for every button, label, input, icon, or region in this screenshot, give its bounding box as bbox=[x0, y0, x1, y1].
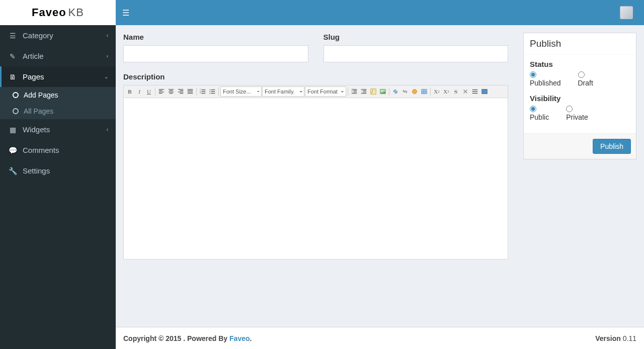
description-field-group: Description B I U 123 bbox=[123, 72, 508, 259]
align-center-button[interactable] bbox=[167, 87, 176, 96]
svg-rect-6 bbox=[371, 89, 376, 95]
visibility-private-radio[interactable] bbox=[566, 106, 573, 112]
visibility-public-option[interactable]: Public bbox=[530, 106, 549, 121]
insert-image-button[interactable] bbox=[378, 87, 387, 96]
italic-button[interactable]: I bbox=[135, 87, 144, 96]
status-draft-radio[interactable] bbox=[578, 71, 585, 78]
sidebar-item-label: Comments bbox=[23, 146, 108, 154]
font-size-select[interactable]: Font Size... bbox=[220, 86, 262, 97]
sidebar-item-label: Pages bbox=[23, 72, 104, 81]
logo-brand: Faveo bbox=[32, 6, 66, 19]
main-content: Name Slug Description B I U bbox=[116, 25, 644, 327]
toolbar-separator bbox=[389, 88, 389, 96]
logo-suffix: KB bbox=[68, 6, 84, 19]
toolbar-separator bbox=[155, 88, 155, 96]
insert-table-button[interactable] bbox=[420, 87, 429, 96]
align-right-button[interactable] bbox=[176, 87, 185, 96]
publish-panel: Publish Status Published Draft Visibilit… bbox=[523, 33, 636, 159]
topbar: Faveo KB ☰ bbox=[0, 0, 644, 25]
footer-copyright: Copyright © 2015 . Powered By bbox=[123, 334, 229, 342]
subscript-button[interactable]: X2 bbox=[432, 87, 441, 96]
edit-icon: ✎ bbox=[8, 52, 18, 60]
svg-point-9 bbox=[413, 90, 417, 94]
sidebar-item-widgets[interactable]: ▦ Widgets ‹ bbox=[0, 119, 116, 140]
status-published-option[interactable]: Published bbox=[530, 71, 561, 87]
align-left-button[interactable] bbox=[157, 87, 166, 96]
user-menu[interactable] bbox=[616, 0, 636, 25]
chevron-left-icon: ‹ bbox=[107, 127, 108, 132]
sidebar: ☰ Category ‹ ✎ Article ‹ 🗎 Pages ⌄ Add P… bbox=[0, 25, 116, 349]
status-draft-option[interactable]: Draft bbox=[578, 71, 593, 87]
footer: Copyright © 2015 . Powered By Faveo. Ver… bbox=[116, 327, 644, 349]
publish-button[interactable]: Publish bbox=[593, 139, 631, 154]
visibility-public-label: Public bbox=[530, 113, 549, 121]
toolbar-separator bbox=[430, 88, 431, 96]
sidebar-item-category[interactable]: ☰ Category ‹ bbox=[0, 25, 116, 46]
sidebar-subitem-all-pages[interactable]: All Pages bbox=[0, 103, 116, 119]
slug-input[interactable] bbox=[324, 45, 509, 62]
name-label: Name bbox=[123, 33, 308, 41]
visibility-public-radio[interactable] bbox=[530, 106, 536, 112]
underline-button[interactable]: U bbox=[144, 87, 153, 96]
menu-toggle-button[interactable]: ☰ bbox=[116, 0, 136, 25]
svg-point-8 bbox=[381, 90, 382, 91]
edit-html-button[interactable] bbox=[369, 87, 378, 96]
sidebar-subitem-add-pages[interactable]: Add Pages bbox=[0, 87, 116, 103]
svg-text:3: 3 bbox=[200, 92, 201, 94]
editor-toolbar: B I U 123 Font Size... Font Family. bbox=[124, 85, 508, 98]
link-button[interactable] bbox=[391, 87, 400, 96]
avatar-icon bbox=[620, 6, 633, 19]
align-justify-button[interactable] bbox=[186, 87, 195, 96]
sidebar-item-label: Widgets bbox=[23, 125, 107, 134]
unlink-button[interactable] bbox=[400, 87, 410, 96]
font-family-select[interactable]: Font Family. bbox=[262, 86, 304, 97]
svg-point-3 bbox=[209, 90, 210, 91]
footer-suffix: . bbox=[250, 334, 252, 342]
grid-icon: ▦ bbox=[8, 126, 18, 134]
editor-content-area[interactable] bbox=[124, 98, 508, 259]
svg-point-4 bbox=[209, 91, 210, 92]
page-form: Name Slug Description B I U bbox=[123, 33, 508, 259]
fullscreen-button[interactable] bbox=[480, 87, 489, 96]
slug-label: Slug bbox=[324, 33, 509, 41]
chevron-left-icon: ‹ bbox=[107, 53, 108, 59]
name-field-group: Name bbox=[123, 33, 308, 62]
outdent-button[interactable] bbox=[350, 87, 359, 96]
special-char-button[interactable] bbox=[410, 87, 419, 96]
publish-panel-title: Publish bbox=[524, 33, 636, 55]
sidebar-subitem-label: Add Pages bbox=[24, 91, 58, 99]
visibility-private-option[interactable]: Private bbox=[566, 106, 588, 121]
bold-button[interactable]: B bbox=[125, 87, 134, 96]
visibility-label: Visibility bbox=[530, 94, 630, 103]
toolbar-separator bbox=[348, 88, 348, 96]
svg-rect-10 bbox=[422, 90, 427, 94]
indent-button[interactable] bbox=[359, 87, 368, 96]
horizontal-rule-button[interactable] bbox=[470, 87, 479, 96]
sidebar-item-label: Settings bbox=[23, 166, 108, 175]
sidebar-item-pages[interactable]: 🗎 Pages ⌄ bbox=[0, 66, 116, 87]
clear-format-button[interactable] bbox=[461, 87, 470, 96]
strikethrough-button[interactable]: S bbox=[451, 87, 460, 96]
name-input[interactable] bbox=[123, 45, 308, 62]
font-format-select[interactable]: Font Format bbox=[305, 86, 346, 97]
status-published-radio[interactable] bbox=[530, 71, 536, 78]
file-icon: 🗎 bbox=[8, 73, 18, 81]
sidebar-item-comments[interactable]: 💬 Comments bbox=[0, 140, 116, 160]
circle-icon bbox=[13, 108, 19, 114]
footer-brand-link[interactable]: Faveo bbox=[229, 334, 250, 342]
superscript-button[interactable]: X2 bbox=[442, 87, 451, 96]
chevron-left-icon: ‹ bbox=[107, 33, 108, 38]
unordered-list-button[interactable] bbox=[208, 87, 217, 96]
chevron-down-icon: ⌄ bbox=[104, 74, 108, 79]
sidebar-item-article[interactable]: ✎ Article ‹ bbox=[0, 46, 116, 66]
status-label: Status bbox=[530, 60, 630, 68]
version-label: Version bbox=[595, 334, 621, 342]
sidebar-item-settings[interactable]: 🔧 Settings bbox=[0, 160, 116, 181]
ordered-list-button[interactable]: 123 bbox=[198, 87, 207, 96]
status-published-label: Published bbox=[530, 79, 561, 87]
wrench-icon: 🔧 bbox=[8, 167, 18, 175]
rich-text-editor: B I U 123 Font Size... Font Family. bbox=[123, 85, 508, 259]
app-logo[interactable]: Faveo KB bbox=[0, 0, 116, 25]
hamburger-icon: ☰ bbox=[122, 8, 129, 18]
sidebar-item-label: Category bbox=[23, 31, 107, 40]
